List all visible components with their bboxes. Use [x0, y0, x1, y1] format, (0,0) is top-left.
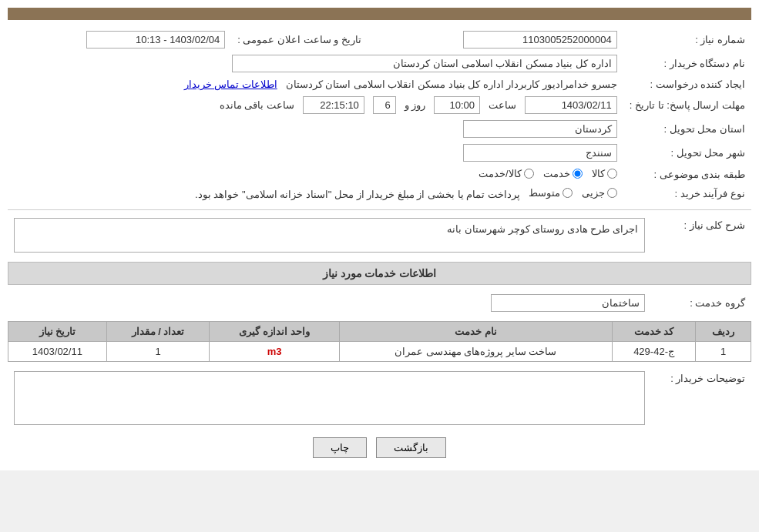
col-kod: کد خدمت	[612, 322, 696, 342]
tabaqe-cell: کالا خدمت کالا/خدمت	[8, 165, 623, 184]
mohlat-remaining-box: 22:15:10	[303, 96, 364, 114]
cell-radif: 1	[696, 342, 751, 362]
nooe-farayand-cell: جزیی متوسط پرداخت تمام یا بخشی از مبلغ خ…	[8, 184, 623, 203]
sharh-box: اجرای طرح هادی روستای کوچر شهرستان بانه	[14, 218, 645, 253]
sharh-label: شرح کلی نیاز :	[651, 215, 751, 256]
shahr-cell: سنندج	[8, 141, 623, 165]
shahr-label: شهر محل تحویل :	[623, 141, 751, 165]
mohlat-time-label: ساعت	[489, 99, 516, 111]
shomara-niaz-value: 1103005252000004	[377, 28, 623, 52]
tabaqe-khedmat: خدمت	[543, 168, 583, 179]
ostan-cell: کردستان	[8, 117, 623, 141]
tabaqe-kala-khedmat: کالا/خدمت	[479, 168, 534, 179]
shomara-niaz-label: شماره نیاز :	[623, 28, 751, 52]
nooe-farayand-label: نوع فرآیند خرید :	[623, 184, 751, 203]
nam-dastgah-box: اداره کل بنیاد مسکن انقلاب اسلامی استان …	[232, 55, 617, 72]
tozihat-label: توضیحات خریدار :	[651, 368, 751, 428]
tabaqe-kala-khedmat-label: کالا/خدمت	[479, 168, 522, 179]
mohlat-cell: 1403/02/11 ساعت 10:00 روز و 6 22:15:10 س…	[8, 93, 623, 117]
nooe-farayand-text: پرداخت تمام یا بخشی از مبلغ خریدار از مح…	[195, 189, 520, 200]
ijad-konande-link[interactable]: اطلاعات تماس خریدار	[184, 79, 277, 90]
tabaqe-kala: کالا	[592, 168, 617, 179]
grooh-khedmat-label: گروه خدمت :	[651, 291, 751, 315]
tozihat-cell	[8, 368, 651, 428]
nooe-jozi-radio[interactable]	[607, 188, 617, 198]
grooh-khedmat-box: ساختمان	[491, 294, 645, 312]
col-tedad: تعداد / مقدار	[106, 322, 210, 342]
nooe-motevaset-radio[interactable]	[563, 188, 573, 198]
tabaqe-khedmat-label: خدمت	[543, 168, 570, 179]
tozihat-table: توضیحات خریدار :	[8, 368, 751, 428]
ijad-konande-cell: جسرو خدامرادیور کاربردار اداره کل بنیاد …	[8, 75, 623, 93]
col-vahed: واحد اندازه گیری	[210, 322, 339, 342]
mohlat-date-box: 1403/02/11	[525, 96, 617, 114]
tarikh-ilan-cell: 1403/02/04 - 10:13	[8, 28, 231, 52]
col-tarikh: تاریخ نیاز	[8, 322, 107, 342]
ostan-label: استان محل تحویل :	[623, 117, 751, 141]
ostan-box: کردستان	[463, 120, 617, 138]
info-table: شماره نیاز : 1103005252000004 تاریخ و سا…	[8, 28, 751, 203]
tabaqe-kala-radio[interactable]	[607, 169, 617, 179]
nooe-motevaset: متوسط	[529, 187, 573, 199]
mohlat-time-box: 10:00	[434, 96, 480, 114]
separator-1	[8, 209, 751, 210]
cell-tedad: 1	[106, 342, 210, 362]
button-row: بازگشت چاپ	[8, 437, 751, 458]
mohlat-roz-label: روز و	[405, 99, 426, 111]
services-table: ردیف کد خدمت نام خدمت واحد اندازه گیری ت…	[8, 321, 751, 362]
grooh-table: گروه خدمت : ساختمان	[8, 291, 751, 315]
mohlat-roz-box: 6	[373, 96, 396, 114]
shomara-niaz-box: 1103005252000004	[463, 31, 617, 49]
tabaqe-khedmat-radio[interactable]	[573, 169, 583, 179]
tabaqe-label: طبقه بندی موضوعی :	[623, 165, 751, 184]
tabaqe-radio-group: کالا خدمت کالا/خدمت	[479, 168, 617, 179]
nam-dastgah-cell: اداره کل بنیاد مسکن انقلاب اسلامی استان …	[8, 52, 623, 75]
tarikh-ilan-label: تاریخ و ساعت اعلان عمومی :	[231, 28, 377, 52]
nooe-farayand-radio-group: جزیی متوسط	[529, 187, 617, 199]
cell-vahed: m3	[210, 342, 339, 362]
tabaqe-kala-khedmat-radio[interactable]	[524, 169, 534, 179]
cell-nam: ساخت سایر پروژه‌های مهندسی عمران	[339, 342, 612, 362]
mohlat-remaining-label: ساعت باقی مانده	[220, 99, 294, 111]
nooe-motevaset-label: متوسط	[529, 187, 560, 199]
grooh-khedmat-cell: ساختمان	[8, 291, 651, 315]
cell-tarikh: 1403/02/11	[8, 342, 107, 362]
page-container: شماره نیاز : 1103005252000004 تاریخ و سا…	[0, 0, 759, 470]
print-button[interactable]: چاپ	[313, 437, 367, 458]
services-section-title: اطلاعات خدمات مورد نیاز	[8, 262, 751, 285]
ijad-konande-label: ایجاد کننده درخواست :	[623, 75, 751, 93]
nam-dastgah-label: نام دستگاه خریدار :	[623, 52, 751, 75]
shahr-box: سنندج	[463, 144, 617, 162]
nooe-jozi: جزیی	[582, 187, 617, 199]
col-nam: نام خدمت	[339, 322, 612, 342]
tarikh-ilan-box: 1403/02/04 - 10:13	[86, 31, 225, 49]
mohlat-label: مهلت ارسال پاسخ: تا تاریخ :	[623, 93, 751, 117]
tabaqe-kala-label: کالا	[592, 168, 605, 179]
nooe-jozi-label: جزیی	[582, 187, 605, 199]
back-button[interactable]: بازگشت	[376, 437, 446, 458]
col-radif: ردیف	[696, 322, 751, 342]
tozihat-box	[14, 371, 645, 425]
cell-kod: ج-42-429	[612, 342, 696, 362]
main-title	[8, 8, 751, 20]
sharh-table: شرح کلی نیاز : اجرای طرح هادی روستای کوچ…	[8, 215, 751, 256]
sharh-cell: اجرای طرح هادی روستای کوچر شهرستان بانه	[8, 215, 651, 256]
table-row: 1 ج-42-429 ساخت سایر پروژه‌های مهندسی عم…	[8, 342, 751, 362]
ijad-konande-text: جسرو خدامرادیور کاربردار اداره کل بنیاد …	[286, 79, 617, 90]
